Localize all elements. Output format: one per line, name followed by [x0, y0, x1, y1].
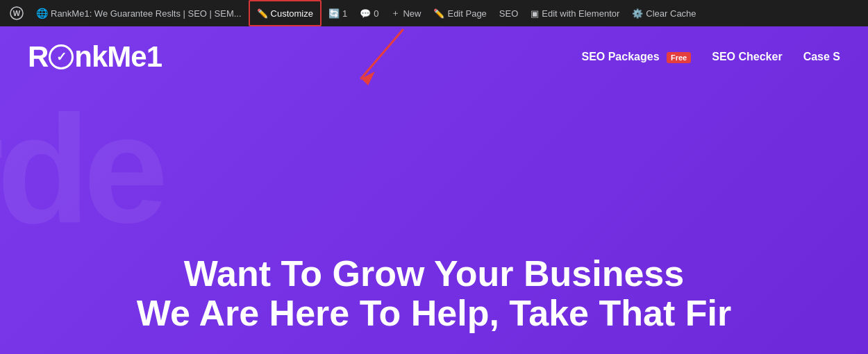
nav-seo-packages[interactable]: SEO Packages Free — [581, 51, 691, 63]
new-button[interactable]: ＋ New — [385, 0, 426, 26]
site-title[interactable]: 🌐 RankMe1: We Guarantee Reslts | SEO | S… — [31, 0, 247, 26]
nav-case-studies[interactable]: Case S — [803, 51, 840, 63]
site-logo[interactable]: R nkMe1 — [28, 40, 162, 74]
hero-section: Want To Grow Your Business We Are Here T… — [0, 254, 868, 333]
updates-button[interactable]: 🔄 1 — [323, 0, 353, 26]
wordpress-logo[interactable]: W — [4, 0, 29, 26]
comments-icon: 💬 — [360, 8, 371, 19]
hero-subheadline: We Are Here To Help, Take That Fir — [0, 294, 868, 333]
elementor-icon: ▣ — [531, 8, 539, 19]
seo-button[interactable]: SEO — [494, 0, 524, 26]
edit-page-button[interactable]: ✏️ Edit Page — [428, 0, 492, 26]
logo-text-r: R — [28, 40, 48, 74]
cache-icon: ⚙️ — [632, 8, 643, 19]
logo-text-rest: nkMe1 — [74, 40, 162, 74]
nav-seo-checker[interactable]: SEO Checker — [712, 51, 782, 63]
site-header: R nkMe1 SEO Packages Free SEO Checker Ca… — [0, 26, 868, 87]
admin-bar: W 🌐 RankMe1: We Guarantee Reslts | SEO |… — [0, 0, 868, 26]
site-favicon: 🌐 — [36, 8, 48, 19]
svg-text:W: W — [13, 9, 21, 17]
background-watermark: rde — [0, 82, 161, 258]
clear-cache-button[interactable]: ⚙️ Clear Cache — [626, 0, 701, 26]
customize-button[interactable]: ✏️ Customize — [249, 0, 322, 26]
customize-icon: ✏️ — [257, 8, 268, 19]
main-content: rde R nkMe1 SEO Packages Free SEO Checke… — [0, 26, 868, 354]
edit-icon: ✏️ — [433, 8, 444, 19]
elementor-button[interactable]: ▣ Edit with Elementor — [525, 0, 625, 26]
comments-button[interactable]: 💬 0 — [354, 0, 384, 26]
logo-check-icon — [49, 44, 74, 69]
free-badge: Free — [667, 52, 691, 63]
hero-headline: Want To Grow Your Business — [0, 254, 868, 294]
site-navigation: SEO Packages Free SEO Checker Case S — [581, 51, 840, 63]
plus-icon: ＋ — [391, 7, 400, 19]
updates-icon: 🔄 — [328, 8, 340, 19]
